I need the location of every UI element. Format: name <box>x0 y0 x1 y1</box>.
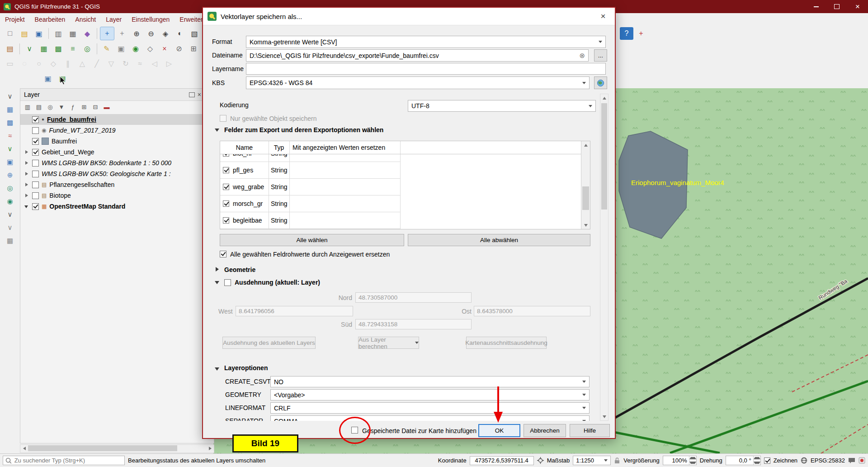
menu-ansicht[interactable]: Ansicht <box>70 13 101 26</box>
spin-up-icon[interactable] <box>689 456 696 461</box>
layer-item-funde-wt[interactable]: ◉ Funde_WT_2017_2019 <box>20 125 214 136</box>
table-row[interactable]: weg_grabe String <box>220 179 400 195</box>
table-row[interactable]: biot_nr String <box>220 154 400 162</box>
copy-features-icon[interactable]: ⊞ <box>187 43 200 55</box>
pan-map-icon[interactable]: + <box>100 27 114 40</box>
layer-checkbox[interactable] <box>32 171 39 177</box>
field-checkbox[interactable] <box>223 167 229 173</box>
dock-icon[interactable] <box>189 92 195 97</box>
lineformat-combo[interactable]: CRLF <box>270 402 590 414</box>
green-digitize-icon[interactable]: ∨ <box>4 143 16 155</box>
layer-item-pflanzengesellschaften[interactable]: ▤ Pflanzengesellschaften <box>20 179 214 190</box>
new-print-layout-icon[interactable]: ▥ <box>52 27 65 40</box>
zoom-in-icon[interactable]: ⊕ <box>130 27 143 40</box>
spin-up-icon[interactable] <box>754 456 760 461</box>
geometry-combo[interactable]: <Vorgabe> <box>270 389 590 400</box>
layer-checkbox[interactable] <box>32 149 39 156</box>
crs-status-value[interactable]: EPSG:25832 <box>811 457 845 464</box>
log-icon[interactable] <box>859 457 865 464</box>
table-vscrollbar[interactable] <box>581 141 590 229</box>
add-delimited-text-icon[interactable]: ≡ <box>66 43 80 55</box>
expander-icon[interactable] <box>24 171 29 176</box>
field-checkbox[interactable] <box>223 154 229 157</box>
add-vector-layer-icon[interactable]: ∨ <box>23 43 36 55</box>
expander-icon[interactable] <box>24 182 29 187</box>
save-edits-icon[interactable]: ▣ <box>114 43 128 55</box>
layer-checkbox[interactable] <box>32 181 39 188</box>
crs-status-icon[interactable] <box>801 457 807 464</box>
replace-raw-values-checkbox[interactable] <box>220 251 226 257</box>
project-save-icon[interactable]: ▣ <box>32 27 46 40</box>
cell-tool-icon[interactable]: ▣ <box>4 156 16 168</box>
expand-all-icon[interactable]: ⊞ <box>79 102 89 111</box>
expander-icon[interactable] <box>24 193 29 198</box>
dialog-close-icon[interactable]: × <box>595 10 611 23</box>
zoom-full-icon[interactable]: ◈ <box>159 27 172 40</box>
render-checkbox[interactable] <box>764 457 770 464</box>
filter-legend-icon[interactable]: ▼ <box>57 102 66 111</box>
delete-selected-icon[interactable]: × <box>158 43 171 55</box>
zoom-out-icon[interactable]: ⊖ <box>144 27 158 40</box>
dialog-vscrollbar[interactable] <box>600 94 609 421</box>
layer-checkbox[interactable] <box>32 138 39 145</box>
expander-icon[interactable] <box>24 149 29 155</box>
clear-icon[interactable]: ⊗ <box>579 52 585 60</box>
vertex-tool-icon[interactable]: ◇ <box>143 43 157 55</box>
ok-button[interactable]: OK <box>478 424 520 437</box>
layer-checkbox[interactable] <box>32 192 39 199</box>
panel-close-icon[interactable]: × <box>198 91 201 98</box>
search-input[interactable] <box>14 457 122 464</box>
field-checkbox[interactable] <box>223 217 229 224</box>
scrollbar-thumb[interactable] <box>28 445 177 451</box>
expander-icon[interactable] <box>24 160 29 166</box>
magnifier-spin[interactable]: 100% <box>663 456 697 465</box>
menu-layer[interactable]: Layer <box>101 13 127 26</box>
scrollbar-thumb[interactable] <box>601 103 607 210</box>
table-row[interactable]: pfl_ges String <box>220 162 400 179</box>
geo-search-icon[interactable]: ◎ <box>4 182 16 194</box>
globe-tool-icon[interactable]: ◉ <box>4 195 16 207</box>
layer-item-baumfrei[interactable]: Baumfrei <box>20 136 214 147</box>
section-expanded-icon[interactable] <box>215 281 219 284</box>
scroll-left-icon[interactable] <box>20 445 28 452</box>
locator-search[interactable] <box>3 456 125 465</box>
scroll-up-icon[interactable] <box>581 141 590 149</box>
field-checkbox[interactable] <box>223 184 229 190</box>
project-new-icon[interactable]: □ <box>3 27 17 40</box>
select-crs-button[interactable] <box>594 76 607 89</box>
create-csvt-combo[interactable]: NO <box>270 376 590 387</box>
layer-checkbox[interactable] <box>32 116 39 123</box>
scroll-down-icon[interactable] <box>581 221 590 229</box>
layer-item-openstreetmap[interactable]: ▦ OpenStreetMap Standard <box>20 201 214 212</box>
rotation-spin[interactable]: 0,0 ° <box>726 456 761 465</box>
layer-item-wms-gk50[interactable]: WMS LGRB-BW GK50: Geologische Karte 1 : <box>20 168 214 179</box>
add-wms-layer-icon[interactable]: ◎ <box>80 43 94 55</box>
section-expanded-icon[interactable] <box>215 129 219 132</box>
project-open-icon[interactable]: ▤ <box>18 27 31 40</box>
field-checkbox[interactable] <box>223 200 229 207</box>
spin-down-icon[interactable] <box>754 461 760 465</box>
layout-manager-icon[interactable]: ▦ <box>66 27 80 40</box>
browse-button[interactable]: ... <box>594 49 607 62</box>
layers-panel-hscrollbar[interactable] <box>20 444 214 453</box>
scale-combo[interactable]: 1:1250 <box>573 456 611 465</box>
lock-icon[interactable] <box>614 457 620 464</box>
zoom-to-layer-icon[interactable]: ▧ <box>188 27 201 40</box>
scroll-down-icon[interactable] <box>600 413 608 420</box>
layer-checkbox[interactable] <box>32 127 39 134</box>
add-group-icon[interactable]: ▤ <box>34 102 44 111</box>
add-feature-icon[interactable]: ◉ <box>129 43 142 55</box>
layer-item-biotope[interactable]: ▤ Biotope <box>20 190 214 201</box>
regular-grid-icon[interactable]: ▦ <box>4 104 16 115</box>
style-manager-icon[interactable]: ◆ <box>80 27 94 40</box>
toggle-editing-icon[interactable]: ✎ <box>100 43 113 55</box>
select-all-button[interactable]: Alle wählen <box>220 234 404 246</box>
format-combo[interactable]: Komma-getrennte Werte [CSV] <box>246 36 606 48</box>
deselect-all-button[interactable]: Alle abwählen <box>408 234 590 246</box>
table-row[interactable]: morsch_gr String <box>220 195 400 212</box>
layer-item-funde-baumfrei[interactable]: ● Funde_baumfrei <box>20 114 214 125</box>
section-collapsed-icon[interactable] <box>216 267 219 272</box>
messages-icon[interactable] <box>848 457 855 464</box>
cancel-button[interactable]: Abbrechen <box>524 424 566 437</box>
help-icon[interactable]: ? <box>620 27 633 40</box>
